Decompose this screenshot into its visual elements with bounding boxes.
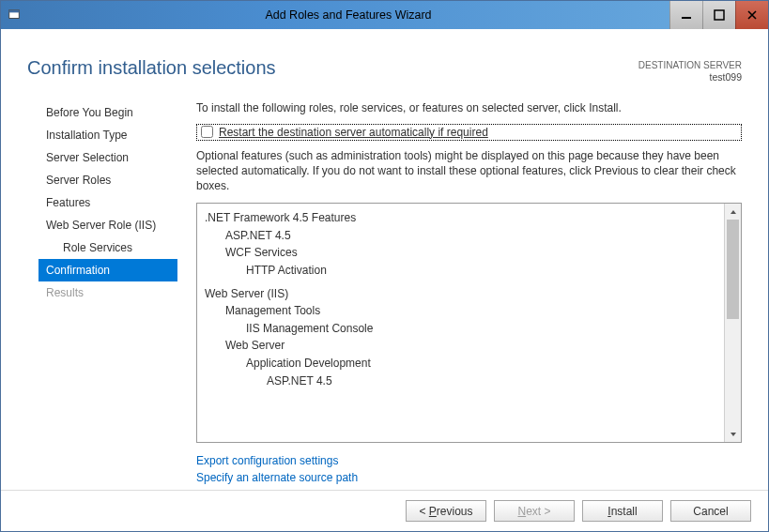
previous-button[interactable]: < Previous bbox=[406, 500, 486, 522]
list-item: WCF Services bbox=[225, 244, 716, 262]
sidebar-item-web-server-role[interactable]: Web Server Role (IIS) bbox=[38, 214, 177, 236]
titlebar[interactable]: Add Roles and Features Wizard bbox=[1, 1, 768, 29]
scrollbar[interactable] bbox=[724, 204, 741, 442]
window-title: Add Roles and Features Wizard bbox=[27, 1, 669, 29]
page-title: Confirm installation selections bbox=[27, 57, 276, 79]
list-item: Management Tools bbox=[225, 302, 716, 320]
sidebar-item-server-roles[interactable]: Server Roles bbox=[38, 169, 177, 191]
sidebar-item-features[interactable]: Features bbox=[38, 191, 177, 214]
export-configuration-link[interactable]: Export configuration settings bbox=[196, 452, 742, 469]
wizard-window: Add Roles and Features Wizard Confirm in… bbox=[0, 0, 769, 532]
list-item: ASP.NET 4.5 bbox=[267, 372, 716, 390]
sidebar-item-confirmation[interactable]: Confirmation bbox=[38, 259, 177, 281]
destination-label: DESTINATION SERVER bbox=[638, 59, 742, 71]
sidebar-item-role-services[interactable]: Role Services bbox=[38, 236, 177, 259]
optional-features-note: Optional features (such as administratio… bbox=[196, 148, 742, 194]
list-item: IIS Management Console bbox=[246, 320, 716, 338]
specify-source-path-link[interactable]: Specify an alternate source path bbox=[196, 469, 742, 486]
list-item: ASP.NET 4.5 bbox=[225, 227, 716, 245]
destination-server-block: DESTINATION SERVER test099 bbox=[638, 57, 742, 84]
wizard-steps-sidebar: Before You Begin Installation Type Serve… bbox=[1, 96, 183, 490]
svg-rect-3 bbox=[715, 10, 724, 20]
list-item: .NET Framework 4.5 Features bbox=[205, 209, 716, 227]
maximize-button[interactable] bbox=[702, 1, 735, 29]
scroll-up-button[interactable] bbox=[725, 204, 741, 220]
restart-checkbox-row[interactable]: Restart the destination server automatic… bbox=[196, 124, 742, 141]
list-item: Application Development bbox=[246, 355, 716, 372]
close-button[interactable] bbox=[735, 1, 768, 29]
sidebar-item-installation-type[interactable]: Installation Type bbox=[38, 124, 177, 146]
destination-value: test099 bbox=[638, 71, 742, 84]
wizard-footer: < Previous Next > Install Cancel bbox=[1, 490, 768, 531]
svg-rect-1 bbox=[9, 10, 20, 13]
scroll-thumb[interactable] bbox=[727, 220, 739, 319]
list-item: Web Server bbox=[225, 337, 716, 355]
list-item: HTTP Activation bbox=[246, 262, 716, 280]
next-button: Next > bbox=[494, 500, 575, 522]
instruction-text: To install the following roles, role ser… bbox=[196, 101, 742, 114]
minimize-button[interactable] bbox=[669, 1, 702, 29]
restart-checkbox-label: Restart the destination server automatic… bbox=[219, 126, 488, 139]
scroll-track[interactable] bbox=[725, 220, 741, 426]
list-item: Web Server (IIS) bbox=[205, 285, 716, 303]
selections-listbox[interactable]: .NET Framework 4.5 Features ASP.NET 4.5 … bbox=[196, 203, 742, 443]
install-button[interactable]: Install bbox=[582, 500, 663, 522]
restart-checkbox[interactable] bbox=[201, 126, 213, 138]
cancel-button[interactable]: Cancel bbox=[670, 500, 751, 522]
sidebar-item-server-selection[interactable]: Server Selection bbox=[38, 146, 177, 169]
scroll-down-button[interactable] bbox=[725, 426, 741, 442]
sidebar-item-before-you-begin[interactable]: Before You Begin bbox=[38, 101, 177, 124]
app-icon bbox=[1, 1, 27, 29]
svg-rect-2 bbox=[682, 17, 691, 19]
sidebar-item-results: Results bbox=[38, 281, 177, 304]
